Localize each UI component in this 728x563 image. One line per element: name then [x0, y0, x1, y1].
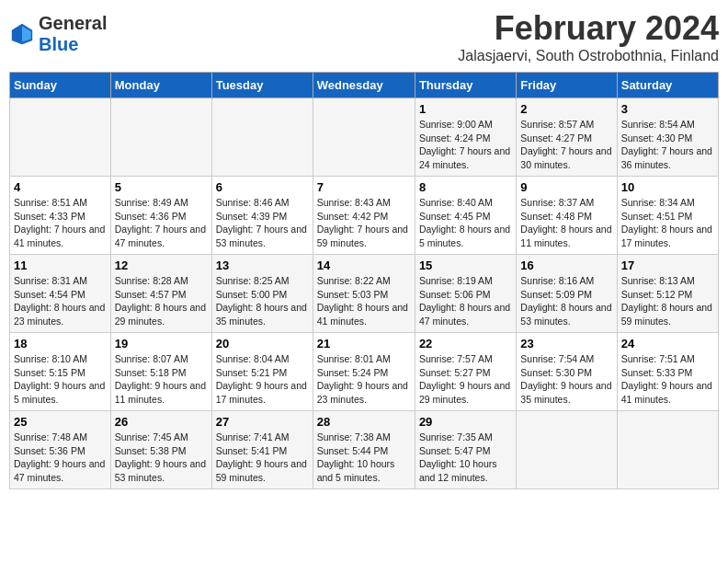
- day-number: 1: [419, 102, 512, 116]
- day-number: 3: [621, 102, 714, 116]
- day-info: Sunrise: 8:22 AM Sunset: 5:03 PM Dayligh…: [317, 274, 411, 328]
- day-number: 27: [216, 415, 309, 429]
- day-info: Sunrise: 8:13 AM Sunset: 5:12 PM Dayligh…: [621, 274, 714, 328]
- day-info: Sunrise: 8:28 AM Sunset: 4:57 PM Dayligh…: [115, 274, 208, 328]
- day-number: 25: [14, 415, 107, 429]
- calendar-cell: 6Sunrise: 8:46 AM Sunset: 4:39 PM Daylig…: [211, 177, 313, 255]
- calendar-cell: 8Sunrise: 8:40 AM Sunset: 4:45 PM Daylig…: [415, 177, 516, 255]
- day-info: Sunrise: 8:54 AM Sunset: 4:30 PM Dayligh…: [621, 118, 714, 172]
- day-info: Sunrise: 8:04 AM Sunset: 5:21 PM Dayligh…: [216, 352, 309, 407]
- calendar-week-2: 4Sunrise: 8:51 AM Sunset: 4:33 PM Daylig…: [10, 177, 719, 255]
- calendar-table: SundayMondayTuesdayWednesdayThursdayFrid…: [9, 72, 719, 489]
- day-info: Sunrise: 8:46 AM Sunset: 4:39 PM Dayligh…: [216, 196, 309, 250]
- day-number: 29: [419, 415, 512, 429]
- day-info: Sunrise: 8:43 AM Sunset: 4:42 PM Dayligh…: [317, 196, 411, 250]
- day-info: Sunrise: 7:54 AM Sunset: 5:30 PM Dayligh…: [520, 352, 612, 407]
- calendar-cell: 27Sunrise: 7:41 AM Sunset: 5:41 PM Dayli…: [211, 411, 313, 489]
- logo-blue-text: Blue: [39, 34, 78, 54]
- day-info: Sunrise: 7:38 AM Sunset: 5:44 PM Dayligh…: [317, 431, 411, 485]
- calendar-cell: 25Sunrise: 7:48 AM Sunset: 5:36 PM Dayli…: [10, 411, 111, 489]
- day-number: 2: [520, 102, 612, 116]
- calendar-cell: 7Sunrise: 8:43 AM Sunset: 4:42 PM Daylig…: [313, 177, 415, 255]
- day-number: 11: [14, 259, 107, 272]
- calendar-cell: 11Sunrise: 8:31 AM Sunset: 4:54 PM Dayli…: [10, 255, 111, 333]
- day-info: Sunrise: 7:35 AM Sunset: 5:47 PM Dayligh…: [419, 431, 512, 485]
- day-info: Sunrise: 7:57 AM Sunset: 5:27 PM Dayligh…: [419, 352, 512, 407]
- calendar-cell: [313, 98, 415, 177]
- day-info: Sunrise: 7:51 AM Sunset: 5:33 PM Dayligh…: [621, 352, 714, 407]
- calendar-cell: 4Sunrise: 8:51 AM Sunset: 4:33 PM Daylig…: [10, 177, 111, 255]
- day-info: Sunrise: 8:49 AM Sunset: 4:36 PM Dayligh…: [115, 196, 208, 250]
- calendar-header-row: SundayMondayTuesdayWednesdayThursdayFrid…: [10, 73, 719, 98]
- day-info: Sunrise: 8:40 AM Sunset: 4:45 PM Dayligh…: [419, 196, 512, 250]
- day-number: 12: [115, 259, 208, 272]
- calendar-cell: 22Sunrise: 7:57 AM Sunset: 5:27 PM Dayli…: [415, 333, 516, 411]
- calendar-cell: [110, 98, 211, 177]
- calendar-week-4: 18Sunrise: 8:10 AM Sunset: 5:15 PM Dayli…: [10, 333, 719, 411]
- calendar-cell: 24Sunrise: 7:51 AM Sunset: 5:33 PM Dayli…: [617, 333, 718, 411]
- day-header-wednesday: Wednesday: [313, 73, 415, 98]
- logo-icon: [9, 21, 35, 47]
- day-info: Sunrise: 8:57 AM Sunset: 4:27 PM Dayligh…: [520, 118, 612, 172]
- day-header-friday: Friday: [517, 73, 617, 98]
- day-number: 6: [216, 180, 309, 194]
- calendar-cell: 26Sunrise: 7:45 AM Sunset: 5:38 PM Dayli…: [110, 411, 211, 489]
- page-header: General Blue February 2024 Jalasjaervi, …: [9, 9, 719, 64]
- day-number: 14: [317, 259, 411, 272]
- day-number: 5: [115, 180, 208, 194]
- day-number: 7: [317, 180, 411, 194]
- page-title: February 2024: [458, 9, 719, 48]
- page-subtitle: Jalasjaervi, South Ostrobothnia, Finland: [458, 48, 719, 64]
- day-info: Sunrise: 8:16 AM Sunset: 5:09 PM Dayligh…: [520, 274, 612, 328]
- calendar-cell: 16Sunrise: 8:16 AM Sunset: 5:09 PM Dayli…: [517, 255, 617, 333]
- day-info: Sunrise: 8:34 AM Sunset: 4:51 PM Dayligh…: [621, 196, 714, 250]
- day-info: Sunrise: 8:37 AM Sunset: 4:48 PM Dayligh…: [520, 196, 612, 250]
- day-info: Sunrise: 8:01 AM Sunset: 5:24 PM Dayligh…: [317, 352, 411, 407]
- day-number: 9: [520, 180, 612, 194]
- day-number: 8: [419, 180, 512, 194]
- calendar-cell: 18Sunrise: 8:10 AM Sunset: 5:15 PM Dayli…: [10, 333, 111, 411]
- day-info: Sunrise: 7:48 AM Sunset: 5:36 PM Dayligh…: [14, 431, 107, 485]
- day-header-sunday: Sunday: [10, 73, 111, 98]
- calendar-cell: 21Sunrise: 8:01 AM Sunset: 5:24 PM Dayli…: [313, 333, 415, 411]
- day-number: 18: [14, 337, 107, 350]
- logo: General Blue: [9, 13, 107, 55]
- calendar-cell: 12Sunrise: 8:28 AM Sunset: 4:57 PM Dayli…: [110, 255, 211, 333]
- calendar-cell: [211, 98, 313, 177]
- calendar-cell: 5Sunrise: 8:49 AM Sunset: 4:36 PM Daylig…: [110, 177, 211, 255]
- day-info: Sunrise: 8:07 AM Sunset: 5:18 PM Dayligh…: [115, 352, 208, 407]
- day-header-monday: Monday: [110, 73, 211, 98]
- day-header-saturday: Saturday: [617, 73, 718, 98]
- calendar-cell: 13Sunrise: 8:25 AM Sunset: 5:00 PM Dayli…: [211, 255, 313, 333]
- calendar-cell: 15Sunrise: 8:19 AM Sunset: 5:06 PM Dayli…: [415, 255, 516, 333]
- day-number: 20: [216, 337, 309, 350]
- day-info: Sunrise: 8:19 AM Sunset: 5:06 PM Dayligh…: [419, 274, 512, 328]
- day-info: Sunrise: 8:51 AM Sunset: 4:33 PM Dayligh…: [14, 196, 107, 250]
- calendar-cell: 2Sunrise: 8:57 AM Sunset: 4:27 PM Daylig…: [517, 98, 617, 177]
- day-header-thursday: Thursday: [415, 73, 516, 98]
- logo-general-text: General: [39, 13, 107, 34]
- day-info: Sunrise: 8:31 AM Sunset: 4:54 PM Dayligh…: [14, 274, 107, 328]
- calendar-cell: 9Sunrise: 8:37 AM Sunset: 4:48 PM Daylig…: [517, 177, 617, 255]
- day-number: 24: [621, 337, 714, 350]
- day-number: 21: [317, 337, 411, 350]
- day-number: 23: [520, 337, 612, 350]
- calendar-cell: 19Sunrise: 8:07 AM Sunset: 5:18 PM Dayli…: [110, 333, 211, 411]
- day-number: 15: [419, 259, 512, 272]
- calendar-cell: [517, 411, 617, 489]
- day-info: Sunrise: 8:25 AM Sunset: 5:00 PM Dayligh…: [216, 274, 309, 328]
- calendar-cell: 14Sunrise: 8:22 AM Sunset: 5:03 PM Dayli…: [313, 255, 415, 333]
- calendar-cell: 20Sunrise: 8:04 AM Sunset: 5:21 PM Dayli…: [211, 333, 313, 411]
- day-info: Sunrise: 7:41 AM Sunset: 5:41 PM Dayligh…: [216, 431, 309, 485]
- day-number: 10: [621, 180, 714, 194]
- calendar-cell: 10Sunrise: 8:34 AM Sunset: 4:51 PM Dayli…: [617, 177, 718, 255]
- day-number: 4: [14, 180, 107, 194]
- calendar-week-1: 1Sunrise: 9:00 AM Sunset: 4:24 PM Daylig…: [10, 98, 719, 177]
- calendar-cell: 1Sunrise: 9:00 AM Sunset: 4:24 PM Daylig…: [415, 98, 516, 177]
- calendar-cell: 17Sunrise: 8:13 AM Sunset: 5:12 PM Dayli…: [617, 255, 718, 333]
- day-number: 28: [317, 415, 411, 429]
- calendar-week-3: 11Sunrise: 8:31 AM Sunset: 4:54 PM Dayli…: [10, 255, 719, 333]
- title-block: February 2024 Jalasjaervi, South Ostrobo…: [458, 9, 719, 64]
- day-header-tuesday: Tuesday: [211, 73, 313, 98]
- day-info: Sunrise: 7:45 AM Sunset: 5:38 PM Dayligh…: [115, 431, 208, 485]
